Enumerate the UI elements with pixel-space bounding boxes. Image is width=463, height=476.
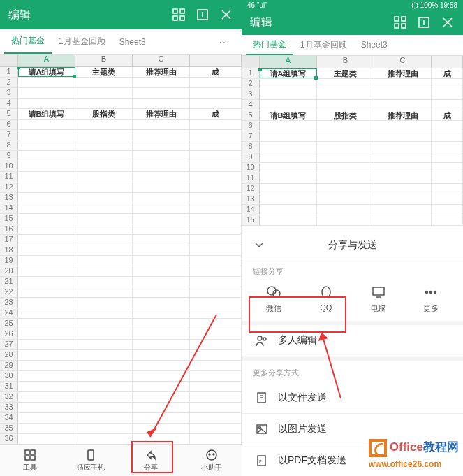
- cell[interactable]: [260, 194, 317, 204]
- tab-sheet3[interactable]: Sheet3: [354, 35, 395, 55]
- cell[interactable]: [18, 403, 75, 412]
- cell[interactable]: [432, 100, 463, 110]
- cell[interactable]: [190, 277, 242, 287]
- table-row[interactable]: 31: [0, 382, 242, 392]
- cell[interactable]: [190, 235, 242, 245]
- cell[interactable]: [317, 163, 374, 173]
- cell[interactable]: [260, 100, 317, 110]
- cell[interactable]: 推荐理由: [133, 67, 190, 77]
- table-row[interactable]: 5请B组填写股指类推荐理由成: [242, 110, 463, 121]
- cell[interactable]: [75, 340, 133, 349]
- cell[interactable]: [260, 121, 317, 131]
- cell[interactable]: [18, 329, 75, 339]
- cell[interactable]: [374, 89, 432, 99]
- cell[interactable]: [75, 78, 133, 87]
- cell[interactable]: [18, 266, 75, 276]
- table-row[interactable]: 24: [0, 308, 242, 319]
- table-row[interactable]: 13: [0, 193, 242, 203]
- cell[interactable]: [432, 142, 463, 152]
- cell[interactable]: [317, 79, 374, 89]
- table-row[interactable]: 3: [242, 89, 463, 100]
- cell[interactable]: [190, 182, 242, 192]
- table-row[interactable]: 16: [0, 224, 242, 235]
- cell[interactable]: 请A组填写: [260, 68, 317, 78]
- table-row[interactable]: 8: [0, 140, 242, 151]
- cell[interactable]: [432, 121, 463, 131]
- cell[interactable]: [75, 172, 133, 182]
- cell[interactable]: [260, 142, 317, 152]
- cell[interactable]: [18, 78, 75, 87]
- table-row[interactable]: 6: [0, 120, 242, 130]
- cell[interactable]: [260, 215, 317, 225]
- cell[interactable]: [133, 371, 190, 381]
- cell[interactable]: [190, 193, 242, 203]
- cell[interactable]: [260, 205, 317, 215]
- cell[interactable]: [75, 350, 133, 360]
- cell[interactable]: [432, 79, 463, 89]
- cell[interactable]: [75, 329, 133, 339]
- cell[interactable]: [432, 184, 463, 194]
- cell[interactable]: [374, 205, 432, 215]
- cell[interactable]: [75, 182, 133, 192]
- cell[interactable]: [317, 194, 374, 204]
- cell[interactable]: [75, 203, 133, 213]
- cell[interactable]: [190, 371, 242, 381]
- cell[interactable]: [374, 131, 432, 141]
- cell[interactable]: [133, 256, 190, 266]
- cell[interactable]: [190, 382, 242, 391]
- cell[interactable]: [432, 163, 463, 173]
- cell[interactable]: [190, 78, 242, 87]
- table-row[interactable]: 28: [0, 350, 242, 361]
- cell[interactable]: [133, 361, 190, 370]
- cell[interactable]: 股指类: [75, 109, 133, 119]
- table-row[interactable]: 11: [242, 173, 463, 184]
- cell[interactable]: [18, 256, 75, 266]
- table-row[interactable]: 14: [242, 205, 463, 215]
- cell[interactable]: [75, 120, 133, 129]
- table-row[interactable]: 10: [242, 163, 463, 173]
- table-row[interactable]: 9: [242, 152, 463, 163]
- table-row[interactable]: 1请A组填写主题类推荐理由成: [242, 68, 463, 79]
- table-row[interactable]: 34: [0, 413, 242, 424]
- table-row[interactable]: 4: [242, 100, 463, 110]
- cell[interactable]: [75, 151, 133, 161]
- cell[interactable]: [75, 266, 133, 276]
- cell[interactable]: [190, 361, 242, 370]
- table-row[interactable]: 20: [0, 266, 242, 277]
- table-row[interactable]: 1请A组填写主题类推荐理由成: [0, 67, 242, 78]
- cell[interactable]: 股指类: [317, 110, 374, 120]
- cell[interactable]: [133, 193, 190, 203]
- share-wechat[interactable]: 微信: [247, 284, 300, 314]
- table-row[interactable]: 6: [242, 121, 463, 131]
- cell[interactable]: [75, 287, 133, 297]
- table-row[interactable]: 8: [242, 142, 463, 152]
- col-c[interactable]: C: [133, 55, 190, 66]
- cell[interactable]: [190, 140, 242, 150]
- cell[interactable]: [75, 161, 133, 171]
- cell[interactable]: [190, 392, 242, 402]
- cell[interactable]: [75, 424, 133, 433]
- cell[interactable]: [133, 329, 190, 339]
- tab-hot[interactable]: 热门基金: [4, 29, 52, 54]
- spreadsheet[interactable]: A B C 1请A组填写主题类推荐理由成2345请B组填写股指类推荐理由成678…: [0, 55, 242, 444]
- cell[interactable]: 主题类: [75, 67, 133, 77]
- cell[interactable]: [374, 215, 432, 225]
- col-a[interactable]: A: [260, 56, 317, 68]
- table-row[interactable]: 7: [0, 130, 242, 140]
- cell[interactable]: [133, 120, 190, 129]
- cell[interactable]: [133, 203, 190, 213]
- cell[interactable]: [133, 382, 190, 391]
- cell[interactable]: 请B组填写: [18, 109, 75, 119]
- cell[interactable]: [133, 434, 190, 444]
- cell[interactable]: [133, 308, 190, 318]
- cell[interactable]: [75, 319, 133, 329]
- cell[interactable]: [133, 266, 190, 276]
- readmode-icon[interactable]: [417, 15, 431, 29]
- multi-edit-row[interactable]: 多人编辑: [242, 325, 463, 356]
- cell[interactable]: [18, 350, 75, 360]
- cell[interactable]: [18, 298, 75, 308]
- tab-jan[interactable]: 1月基金回顾: [52, 29, 112, 54]
- table-row[interactable]: 13: [242, 194, 463, 205]
- cell[interactable]: [133, 392, 190, 402]
- cell[interactable]: [133, 424, 190, 433]
